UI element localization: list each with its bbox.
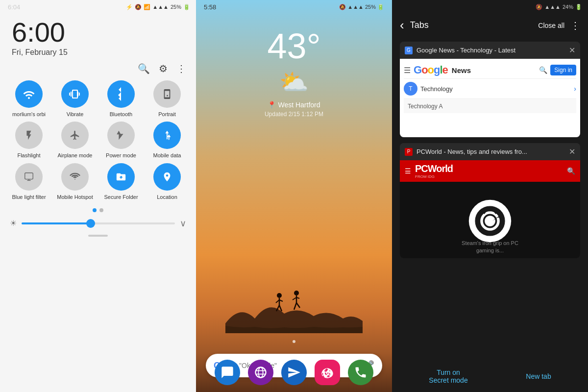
portrait-tile-label: Portrait [158,111,175,118]
weather-updated: Updated 2/15 1:12 PM [265,111,323,118]
tile-portrait[interactable]: Portrait [146,80,188,118]
tabs-list: G Google News - Technology - Latest ✕ ☰ … [392,37,588,361]
brightness-fill [22,222,91,224]
blue-light-tile-label: Blue light filter [12,194,46,200]
battery-p2: 25% [365,4,376,10]
tile-flashlight[interactable]: Flashlight [8,122,50,159]
dot-1[interactable] [93,208,97,212]
location-pin-icon: 📍 [268,101,276,109]
tile-power[interactable]: Power mode [100,122,142,159]
pcw-search-icon: 🔍 [567,167,575,175]
favicon-pcworld: P [405,148,413,156]
close-tab-google-news[interactable]: ✕ [569,46,575,55]
brightness-thumb [86,219,95,228]
close-all-button[interactable]: Close all [538,22,564,29]
gn-arrow-icon: › [574,85,576,93]
tab-header-pcworld: P PCWorld - News, tips and reviews fro..… [400,143,580,160]
time-p2: 5:58 [204,3,216,11]
bluetooth-status-icon: ⚡ [126,4,133,10]
tile-mobile-data[interactable]: Mobile data [146,122,188,159]
portrait-tile-icon [153,80,181,108]
weather-icon: ⛅ [279,69,309,96]
secure-folder-tile-label: Secure Folder [104,194,138,200]
search-icon[interactable]: 🔍 [138,63,150,74]
dock-app4[interactable] [315,360,340,385]
pcw-from-idg: FROM IDG [415,174,453,179]
tile-bluetooth[interactable]: Bluetooth [100,80,142,118]
settings-icon[interactable]: ⚙ [159,63,168,74]
gn-menu-icon: ☰ [404,66,411,75]
close-tab-pcworld[interactable]: ✕ [569,147,575,156]
tab-google-news[interactable]: G Google News - Technology - Latest ✕ ☰ … [400,42,580,137]
temperature: 43° [268,28,321,64]
tab-preview-pcworld: ☰ PCWorld FROM IDG 🔍 [400,160,580,258]
tile-vibrate[interactable]: Vibrate [54,80,96,118]
tabs-bottom-bar: Turn on Secret mode New tab [392,361,588,392]
dock-direct[interactable] [281,360,307,385]
battery-icon: 🔋 [183,4,190,10]
new-tab-label: New tab [526,372,551,380]
tab-title-pcworld: PCWorld - News, tips and reviews fro... [416,148,565,155]
dock-messages[interactable] [215,360,240,385]
gn-logo: Google [414,64,448,76]
clock-area: 6:00 Fri, February 15 [0,14,196,59]
tile-blue-light[interactable]: Blue light filter [8,163,50,200]
weather-widget: 43° ⛅ 📍 West Hartford Updated 2/15 1:12 … [196,14,392,118]
secret-mode-button[interactable]: Turn on Secret mode [429,368,467,384]
clock-date: Fri, February 15 [12,48,68,57]
more-options-button[interactable]: ⋮ [570,20,580,31]
tab-pcworld[interactable]: P PCWorld - News, tips and reviews fro..… [400,143,580,258]
svg-point-16 [256,368,266,378]
tile-mobile-hotspot[interactable]: Mobile Hotspot [54,163,96,200]
gn-sign-in-button[interactable]: Sign in [550,65,576,75]
battery-icon-p2: 🔋 [377,4,384,10]
tile-wifi[interactable]: morlium's orbi [8,80,50,118]
steam-logo-container: Steam's iron grip on PC gaming is... [468,199,512,243]
new-tab-button[interactable]: New tab [526,372,551,380]
back-button[interactable]: ‹ [400,18,404,33]
status-bar-p1: ⚡ 🔕 📶 ▲▲▲ 25% 🔋 [0,0,196,14]
airplane-tile-icon [61,122,89,149]
svg-point-17 [258,368,263,378]
clock-time: 6:00 [12,19,65,46]
app-dock [196,353,392,392]
battery-percent: 25% [171,4,181,10]
steam-logo-svg [468,199,512,243]
gn-article-text: Technology A [408,103,442,110]
quick-tiles-grid: morlium's orbi Vibrate Bluetooth [0,78,196,204]
pcw-topbar: ☰ PCWorld FROM IDG 🔍 [400,160,580,182]
mute-icon-p3: 🔕 [536,4,542,10]
dock-phone[interactable] [348,360,373,385]
steam-caption: Steam's iron grip on PC gaming is... [453,240,527,254]
secure-folder-tile-icon [107,163,135,191]
weather-location: 📍 West Hartford [268,101,320,109]
brightness-slider[interactable] [22,222,175,224]
gn-article-preview: Technology A [404,98,576,113]
quick-settings-toolbar: 🔍 ⚙ ⋮ [0,59,196,78]
brightness-low-icon: ☀ [10,219,17,228]
pcw-logo: PCWorld [415,163,453,174]
dot-2[interactable] [99,208,103,212]
gn-news-wordmark: News [452,66,471,74]
wifi-tile-label: morlium's orbi [12,111,46,118]
brightness-expand-icon[interactable]: ∨ [180,218,186,229]
bluetooth-tile-icon [107,80,135,108]
hotspot-tile-icon [61,163,89,191]
more-options-icon[interactable]: ⋮ [176,63,186,74]
airplane-tile-label: Airplane mode [58,152,93,159]
location-tile-label: Location [157,194,177,200]
gn-tech-label: Technology [420,85,453,93]
tile-airplane[interactable]: Airplane mode [54,122,96,159]
mute-icon: 🔕 [135,4,142,10]
signal-p3: ▲▲▲ [544,4,561,10]
dock-mercury[interactable] [248,360,273,385]
tab-title-google-news: Google News - Technology - Latest [416,47,565,54]
tile-secure-folder[interactable]: Secure Folder [100,163,142,200]
favicon-google-news: G [405,47,413,54]
battery-p3: 24% [563,4,573,10]
quick-settings-panel: ⚡ 🔕 📶 ▲▲▲ 25% 🔋 6:00 Fri, February 15 🔍 … [0,0,196,392]
silhouette-area [196,274,392,333]
status-bar-p3: 6:04 🔕 ▲▲▲ 24% 🔋 [392,0,588,14]
tile-location[interactable]: Location [146,163,188,200]
page-dots [0,208,196,212]
